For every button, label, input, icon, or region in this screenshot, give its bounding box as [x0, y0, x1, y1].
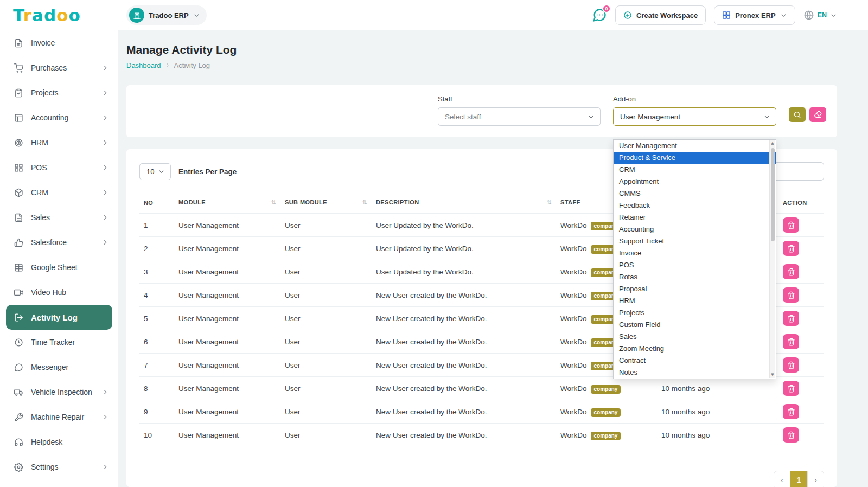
sort-icon[interactable]: ⇅: [362, 199, 367, 206]
messages-badge: 0: [602, 4, 611, 13]
dropdown-option-appointment[interactable]: Appointment: [614, 176, 776, 188]
dropdown-option-hrm[interactable]: HRM: [614, 295, 776, 307]
pos-icon: [14, 163, 23, 172]
delete-button[interactable]: [783, 264, 799, 279]
create-workspace-button[interactable]: Create Workspace: [615, 5, 706, 25]
cell-description: User Updated by the WorkDo.: [372, 214, 556, 237]
dropdown-option-retainer[interactable]: Retainer: [614, 212, 776, 223]
dropdown-scrollbar[interactable]: ▲ ▼: [769, 140, 775, 378]
helpdesk-icon: [14, 438, 23, 447]
sidebar-item-time-tracker[interactable]: Time Tracker: [6, 330, 112, 355]
addon-select[interactable]: User Management: [613, 107, 776, 126]
column-header-description[interactable]: DESCRIPTION⇅: [372, 194, 556, 214]
column-header-module[interactable]: MODULE⇅: [174, 194, 280, 214]
dropdown-option-cmms[interactable]: CMMS: [614, 188, 776, 200]
dropdown-option-support-ticket[interactable]: Support Ticket: [614, 235, 776, 247]
staff-select[interactable]: Select staff: [438, 107, 601, 126]
workspace-switcher[interactable]: Tradoo ERP: [126, 5, 207, 25]
dropdown-option-rotas[interactable]: Rotas: [614, 271, 776, 283]
sidebar-item-label: CRM: [31, 188, 48, 197]
dropdown-option-feedback[interactable]: Feedback: [614, 200, 776, 212]
logo-letter: o: [56, 5, 68, 25]
sort-icon[interactable]: ⇅: [546, 199, 552, 206]
dropdown-option-accounting[interactable]: Accounting: [614, 223, 776, 235]
cell-sub-module: User: [280, 354, 372, 377]
trash-icon: [787, 431, 795, 439]
delete-button[interactable]: [783, 427, 799, 443]
dropdown-option-notes[interactable]: Notes: [614, 367, 776, 379]
breadcrumb: Dashboard Activity Log: [126, 60, 837, 70]
delete-button[interactable]: [783, 357, 799, 373]
cell-date: 10 months ago: [657, 400, 778, 424]
breadcrumb-dashboard-link[interactable]: Dashboard: [126, 61, 161, 69]
sidebar-item-salesforce[interactable]: Salesforce: [6, 230, 112, 255]
delete-button[interactable]: [783, 241, 799, 256]
projects-icon: [14, 88, 23, 98]
cell-module: User Management: [174, 214, 280, 237]
sidebar-item-accounting[interactable]: Accounting: [6, 105, 112, 130]
scrollbar-thumb[interactable]: [771, 148, 775, 241]
dropdown-option-custom-field[interactable]: Custom Field: [614, 319, 776, 331]
dropdown-option-sales[interactable]: Sales: [614, 331, 776, 343]
dropdown-option-contract[interactable]: Contract: [614, 355, 776, 367]
sidebar-item-helpdesk[interactable]: Helpdesk: [6, 430, 112, 454]
cell-module: User Management: [174, 237, 280, 260]
pagination-next[interactable]: ›: [807, 471, 824, 487]
dropdown-option-user-management[interactable]: User Management: [614, 140, 776, 152]
delete-button[interactable]: [783, 311, 799, 326]
sidebar-item-purchases[interactable]: Purchases: [6, 55, 112, 80]
dropdown-option-product-service[interactable]: Product & Service: [614, 152, 776, 164]
sidebar-item-video-hub[interactable]: Video Hub: [6, 280, 112, 305]
messages-button[interactable]: 0: [592, 8, 607, 23]
app-logo[interactable]: Tradoo: [13, 5, 118, 25]
scroll-up-icon[interactable]: ▲: [771, 140, 774, 146]
sidebar-item-label: Messenger: [31, 363, 68, 371]
sidebar-item-google-sheet[interactable]: Google Sheet: [6, 255, 112, 280]
main-content: Manage Activity Log Dashboard Activity L…: [118, 30, 868, 487]
language-selector[interactable]: EN: [803, 10, 837, 21]
column-header-sub-module[interactable]: SUB MODULE⇅: [280, 194, 372, 214]
chevron-right-icon: [164, 62, 171, 68]
delete-button[interactable]: [783, 404, 799, 419]
delete-button[interactable]: [783, 334, 799, 349]
delete-button[interactable]: [783, 287, 799, 303]
delete-button[interactable]: [783, 381, 799, 396]
cell-action: [778, 400, 824, 424]
reset-filter-button[interactable]: [809, 107, 826, 122]
sidebar-item-label: Vehicle Inspection: [31, 388, 92, 396]
erp-switcher-button[interactable]: Pronex ERP: [714, 5, 795, 25]
sidebar-item-invoice[interactable]: Invoice: [6, 30, 112, 55]
sidebar-item-activity-log[interactable]: Activity Log: [6, 305, 112, 330]
dropdown-option-proposal[interactable]: Proposal: [614, 283, 776, 295]
sort-icon[interactable]: ⇅: [271, 199, 276, 206]
dropdown-option-projects[interactable]: Projects: [614, 307, 776, 319]
dropdown-option-pos[interactable]: POS: [614, 259, 776, 271]
pagination-page-1[interactable]: 1: [790, 471, 807, 487]
sidebar-item-machine-repair[interactable]: Machine Repair: [6, 405, 112, 430]
settings-icon: [14, 463, 23, 472]
staff-filter-group: Staff Select staff: [438, 95, 601, 126]
sidebar-item-crm[interactable]: CRM: [6, 180, 112, 205]
sidebar-item-hrm[interactable]: HRM: [6, 130, 112, 155]
cell-sub-module: User: [280, 260, 372, 284]
cell-description: User Updated by the WorkDo.: [372, 260, 556, 284]
sidebar-item-messenger[interactable]: Messenger: [6, 355, 112, 380]
entries-per-page-select[interactable]: 10: [139, 163, 171, 180]
trash-icon: [787, 315, 795, 323]
dropdown-option-crm[interactable]: CRM: [614, 164, 776, 176]
sidebar-item-settings[interactable]: Settings: [6, 454, 112, 479]
sidebar-item-label: Google Sheet: [31, 263, 78, 272]
sidebar-item-sales[interactable]: Sales: [6, 205, 112, 230]
sidebar-item-pos[interactable]: POS: [6, 155, 112, 180]
page-title: Manage Activity Log: [126, 43, 837, 56]
scroll-down-icon[interactable]: ▼: [771, 372, 774, 378]
trash-icon: [787, 385, 795, 393]
dropdown-option-invoice[interactable]: Invoice: [614, 247, 776, 259]
pagination-prev[interactable]: ‹: [774, 471, 790, 487]
dropdown-option-zoom-meeting[interactable]: Zoom Meeting: [614, 343, 776, 355]
search-button[interactable]: [789, 107, 806, 122]
sidebar-item-vehicle-inspection[interactable]: Vehicle Inspection: [6, 380, 112, 405]
sidebar-item-projects[interactable]: Projects: [6, 80, 112, 105]
pagination: ‹ 1 ›: [139, 471, 824, 487]
delete-button[interactable]: [783, 217, 799, 233]
